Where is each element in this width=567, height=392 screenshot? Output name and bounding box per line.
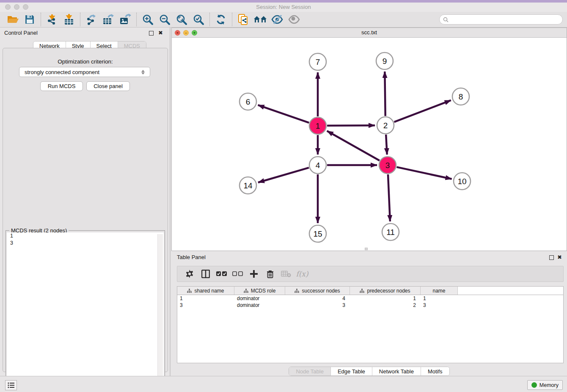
tree-icon	[360, 289, 364, 293]
zoom-fit-icon[interactable]	[173, 13, 190, 26]
cell-predecessor-nodes[interactable]: 1	[350, 295, 421, 302]
optimization-criterion-select[interactable]: strongly connected component	[19, 67, 150, 77]
node-11[interactable]: 11	[382, 224, 399, 240]
edge-2-3[interactable]	[386, 135, 387, 155]
node-15[interactable]: 15	[309, 225, 326, 242]
search-input[interactable]	[449, 17, 559, 22]
show-column-panel-icon[interactable]	[198, 267, 214, 281]
table-row[interactable]: 3 dominator 3 2 3	[177, 302, 563, 309]
deselect-all-columns-icon[interactable]	[230, 267, 246, 281]
refresh-view-icon[interactable]	[212, 13, 229, 26]
close-panel-icon[interactable]: ✖	[158, 30, 163, 36]
tree-icon	[187, 289, 192, 293]
export-image-icon[interactable]	[117, 13, 134, 26]
create-column-icon[interactable]	[246, 267, 262, 281]
column-header-mcds-role[interactable]: MCDS role	[234, 287, 285, 295]
table-toolbar: f(x)	[177, 266, 564, 282]
network-window-titlebar[interactable]: ✕ − + scc.txt	[172, 28, 567, 38]
hide-panels-icon[interactable]	[269, 13, 286, 26]
node-14[interactable]: 14	[239, 177, 256, 194]
node-1[interactable]: 1	[309, 117, 326, 134]
result-scrollbar[interactable]	[157, 234, 163, 386]
open-session-icon[interactable]	[4, 13, 21, 26]
zoom-in-icon[interactable]	[139, 13, 156, 26]
edge-2-8[interactable]	[394, 100, 451, 122]
svg-text:6: 6	[246, 97, 250, 106]
search-box[interactable]	[439, 14, 563, 25]
export-table-icon[interactable]	[100, 13, 117, 26]
cell-shared-name[interactable]: 3	[177, 302, 234, 309]
header-filler	[458, 287, 563, 295]
column-header-name[interactable]: name	[421, 287, 458, 295]
toolbar-separator	[41, 13, 41, 26]
zoom-selected-icon[interactable]	[190, 13, 207, 26]
node-4[interactable]: 4	[309, 157, 326, 174]
cell-mcds-role[interactable]: dominator	[234, 295, 285, 302]
edge-3-10[interactable]	[397, 167, 452, 179]
window-resize-grip[interactable]	[365, 248, 368, 250]
network-canvas[interactable]: 7968124314101511	[172, 38, 567, 251]
edge-2-9[interactable]	[385, 72, 385, 116]
result-item[interactable]: 3	[7, 240, 164, 247]
toolbar-separator	[80, 13, 80, 26]
home-layout-icon[interactable]	[252, 13, 269, 26]
svg-text:14: 14	[243, 181, 253, 190]
cell-predecessor-nodes[interactable]: 2	[350, 302, 421, 309]
float-panel-icon[interactable]	[149, 31, 154, 36]
close-panel-icon[interactable]: ✖	[557, 254, 562, 260]
memory-button[interactable]: Memory	[527, 380, 563, 390]
task-history-button[interactable]	[5, 380, 17, 390]
table-settings-gear-icon[interactable]	[182, 267, 198, 281]
table-panel-title: Table Panel	[177, 254, 206, 260]
tab-node-table[interactable]: Node Table	[289, 367, 331, 375]
mcds-tab-content: Optimization criterion: strongly connect…	[3, 48, 168, 372]
selected-criterion: strongly connected component	[25, 69, 99, 75]
tab-edge-table[interactable]: Edge Table	[331, 367, 372, 375]
duplicate-network-icon[interactable]	[235, 13, 252, 26]
mcds-result-list[interactable]: 1 3	[7, 232, 164, 386]
node-3[interactable]: 3	[379, 157, 396, 174]
table-row[interactable]: 1 dominator 4 1 1	[177, 295, 563, 302]
node-8[interactable]: 8	[452, 88, 469, 105]
export-network-icon[interactable]	[83, 13, 100, 26]
network-graph[interactable]: 7968124314101511	[172, 38, 567, 251]
edge-4-14[interactable]	[258, 168, 309, 182]
edge-1-6[interactable]	[258, 105, 309, 123]
result-item[interactable]: 1	[7, 232, 164, 240]
control-panel: Control Panel ✖ Network Style Select MCD…	[0, 28, 171, 376]
close-panel-button[interactable]: Close panel	[86, 81, 130, 91]
edge-3-1[interactable]	[327, 131, 380, 160]
network-window-title: scc.txt	[172, 29, 567, 36]
node-9[interactable]: 9	[376, 52, 393, 69]
edge-3-11[interactable]	[388, 174, 390, 221]
toggle-eye-icon[interactable]	[286, 13, 303, 26]
save-session-icon[interactable]	[21, 13, 38, 26]
toolbar-separator	[209, 13, 210, 26]
column-header-successor-nodes[interactable]: successor nodes	[285, 287, 350, 295]
node-6[interactable]: 6	[239, 93, 256, 110]
cell-mcds-role[interactable]: dominator	[234, 302, 285, 309]
column-header-shared-name[interactable]: shared name	[177, 287, 234, 295]
status-bar: Memory	[0, 376, 567, 392]
zoom-out-icon[interactable]	[156, 13, 173, 26]
select-all-columns-icon[interactable]	[214, 267, 230, 281]
import-network-icon[interactable]	[44, 13, 61, 26]
svg-text:11: 11	[386, 228, 395, 237]
float-panel-icon[interactable]	[549, 255, 554, 260]
run-mcds-button[interactable]: Run MCDS	[40, 81, 83, 91]
node-table[interactable]: shared name MCDS role successor nodes pr…	[177, 286, 564, 363]
cell-successor-nodes[interactable]: 3	[285, 302, 350, 309]
node-10[interactable]: 10	[454, 173, 471, 190]
cell-successor-nodes[interactable]: 4	[285, 295, 350, 302]
column-header-predecessor-nodes[interactable]: predecessor nodes	[350, 287, 421, 295]
import-table-icon[interactable]	[61, 13, 77, 26]
cell-name[interactable]: 1	[421, 295, 458, 302]
tab-network-table[interactable]: Network Table	[372, 367, 421, 375]
edge-1-2[interactable]	[327, 125, 375, 126]
cell-name[interactable]: 3	[421, 302, 458, 309]
node-7[interactable]: 7	[309, 53, 326, 70]
node-2[interactable]: 2	[377, 117, 394, 134]
delete-column-icon[interactable]	[262, 267, 278, 281]
tab-motifs[interactable]: Motifs	[421, 367, 449, 375]
cell-shared-name[interactable]: 1	[177, 295, 234, 302]
